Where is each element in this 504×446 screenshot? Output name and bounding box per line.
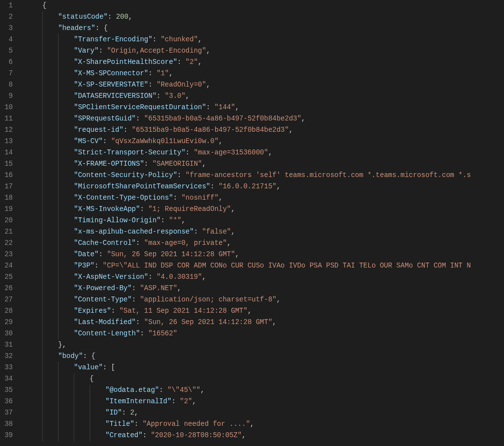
line-number: 17	[0, 181, 13, 192]
code-line[interactable]: "Transfer-Encoding": "chunked",	[27, 34, 504, 45]
code-editor[interactable]: 1234567891011121314151617181920212223242…	[0, 0, 504, 441]
code-lines[interactable]: {"statusCode": 200,"headers": {"Transfer…	[20, 0, 504, 441]
json-key: "X-AspNet-Version"	[74, 273, 148, 281]
indent-guide	[58, 373, 59, 385]
indent-guide	[58, 90, 59, 102]
line-number: 5	[0, 45, 13, 57]
line-number: 12	[0, 124, 13, 136]
code-line[interactable]: "value": [	[27, 362, 504, 373]
code-line[interactable]: "request-id": "65315ba9-b0a5-4a86-b497-5…	[27, 124, 504, 136]
json-punct: :	[153, 35, 161, 43]
line-number: 18	[0, 192, 13, 204]
json-punct: ,	[235, 250, 239, 258]
line-number: 31	[0, 339, 13, 351]
json-key: "Vary"	[74, 47, 98, 55]
line-number: 25	[0, 271, 13, 283]
code-line[interactable]: "SPClientServiceRequestDuration": "144",	[27, 102, 504, 113]
json-punct: ,	[231, 228, 235, 236]
indent-guide	[58, 113, 59, 124]
json-punct: ,	[272, 318, 276, 326]
code-line[interactable]: "Date": "Sun, 26 Sep 2021 14:12:28 GMT",	[27, 249, 504, 260]
line-number: 14	[0, 147, 13, 158]
indent-guide	[42, 260, 43, 271]
code-line[interactable]: "X-SP-SERVERSTATE": "ReadOnly=0",	[27, 79, 504, 90]
code-line[interactable]: "DATASERVICEVERSION": "3.0",	[27, 90, 504, 102]
json-string: "ReadOnly=0"	[157, 81, 206, 89]
json-punct: :	[173, 194, 182, 202]
code-line[interactable]: "X-Content-Type-Options": "nosniff",	[27, 192, 504, 204]
line-number: 11	[0, 113, 13, 124]
indent-guide	[58, 328, 59, 339]
json-key: "P3P"	[74, 262, 94, 269]
line-number: 28	[0, 305, 13, 317]
json-number: 200	[116, 13, 128, 21]
indent-guide	[74, 430, 74, 441]
code-line[interactable]: {	[27, 0, 504, 11]
json-punct: :	[186, 149, 194, 156]
code-line[interactable]: "MS-CV": "qVsxZaWwhkq0l1LwuEvi0w.0",	[27, 136, 504, 147]
code-line[interactable]: "ItemInternalId": "2",	[27, 396, 504, 407]
code-line[interactable]: "Created": "2020-10-28T08:50:05Z",	[27, 430, 504, 441]
line-number: 30	[0, 328, 13, 339]
indent-guide	[42, 102, 43, 113]
code-line[interactable]: "X-MS-SPConnector": "1",	[27, 68, 504, 79]
code-line[interactable]: "Strict-Transport-Security": "max-age=31…	[27, 147, 504, 158]
code-line[interactable]: "MicrosoftSharePointTeamServices": "16.0…	[27, 181, 504, 192]
code-line[interactable]: "X-SharePointHealthScore": "2",	[27, 57, 504, 68]
line-number: 22	[0, 238, 13, 249]
json-punct: :	[148, 81, 157, 89]
code-line[interactable]: "Last-Modified": "Sun, 26 Sep 2021 14:12…	[27, 317, 504, 328]
json-punct: : {	[95, 24, 108, 32]
code-line[interactable]: "headers": {	[27, 23, 504, 34]
code-line[interactable]: "Content-Type": "application/json; chars…	[27, 294, 504, 305]
json-key: "Content-Length"	[74, 329, 140, 337]
code-line[interactable]: "Title": "Approval needed for ....",	[27, 418, 504, 430]
indent-guide	[42, 45, 43, 57]
json-string: "application/json; charset=utf-8"	[140, 296, 276, 303]
code-line[interactable]: "statusCode": 200,	[27, 11, 504, 23]
code-line[interactable]: "Expires": "Sat, 11 Sep 2021 14:12:28 GM…	[27, 305, 504, 317]
json-punct: :	[122, 409, 130, 416]
json-punct: ,	[219, 194, 222, 202]
code-line[interactable]: "X-MS-InvokeApp": "1; RequireReadOnly",	[27, 204, 504, 215]
code-line[interactable]: "Cache-Control": "max-age=0, private",	[27, 238, 504, 249]
indent-guide	[42, 147, 43, 158]
code-line[interactable]: "Vary": "Origin,Accept-Encoding",	[27, 45, 504, 57]
json-number: 2	[130, 409, 134, 416]
line-number: 16	[0, 170, 13, 181]
indent-guide	[42, 373, 43, 385]
indent-guide	[58, 124, 59, 136]
json-punct: ,	[128, 13, 132, 21]
code-line[interactable]: "body": {	[27, 351, 504, 362]
indent-guide	[58, 305, 59, 317]
code-line[interactable]: "Timing-Allow-Origin": "*",	[27, 215, 504, 226]
json-punct: ,	[177, 284, 181, 292]
json-key: "X-SP-SERVERSTATE"	[74, 81, 148, 89]
code-line[interactable]: "SPRequestGuid": "65315ba9-b0a5-4a86-b49…	[27, 113, 504, 124]
code-line[interactable]: "Content-Security-Policy": "frame-ancest…	[27, 170, 504, 181]
json-key: "X-MS-InvokeApp"	[74, 205, 140, 213]
indent-guide	[58, 147, 59, 158]
code-line[interactable]: "Content-Length": "16562"	[27, 328, 504, 339]
json-string: "3.0"	[165, 92, 186, 100]
line-number: 4	[0, 34, 13, 45]
code-line[interactable]: {	[27, 373, 504, 385]
indent-guide	[58, 79, 59, 90]
code-line[interactable]: "X-Powered-By": "ASP.NET",	[27, 283, 504, 294]
line-number: 34	[0, 373, 13, 385]
code-line[interactable]: },	[27, 339, 504, 351]
indent-guide	[74, 373, 74, 385]
json-punct: ,	[268, 149, 272, 156]
code-line[interactable]: "x-ms-apihub-cached-response": "false",	[27, 226, 504, 238]
code-line[interactable]: "P3P": "CP=\"ALL IND DSP COR ADM CONo CU…	[27, 260, 504, 271]
json-punct: ,	[206, 47, 210, 55]
json-punct: :	[103, 137, 111, 145]
indent-guide	[58, 283, 59, 294]
code-line[interactable]: "@odata.etag": "\"45\"",	[27, 385, 504, 396]
json-string: "false"	[202, 228, 231, 236]
indent-guide	[42, 271, 43, 283]
code-line[interactable]: "X-AspNet-Version": "4.0.30319",	[27, 271, 504, 283]
code-line[interactable]: "ID": 2,	[27, 407, 504, 418]
code-line[interactable]: "X-FRAME-OPTIONS": "SAMEORIGIN",	[27, 158, 504, 170]
line-number: 21	[0, 226, 13, 238]
